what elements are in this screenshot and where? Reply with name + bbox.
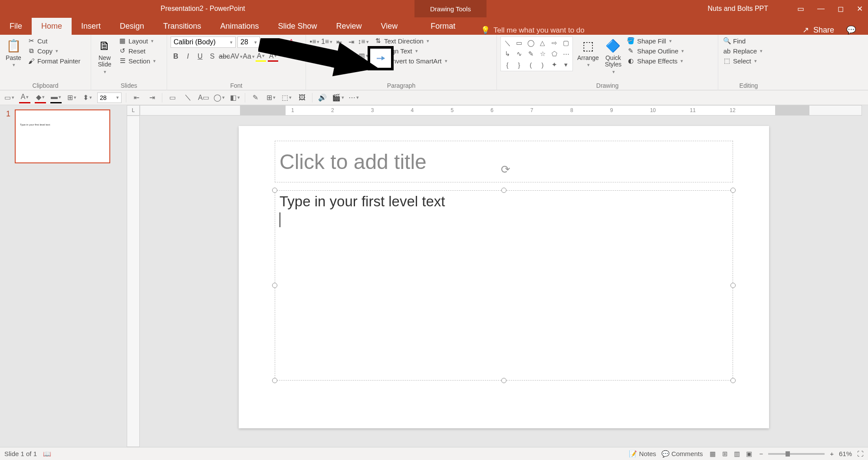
qat-video-icon[interactable]: 🎬▾	[332, 92, 344, 103]
qat-merge-icon[interactable]: ◧▾	[229, 92, 240, 103]
shape-effects-button[interactable]: ◐Shape Effects▾	[626, 56, 685, 65]
resize-handle[interactable]	[501, 378, 506, 383]
qat-grid-icon[interactable]: ⊞▾	[265, 92, 276, 103]
tab-design[interactable]: Design	[110, 18, 154, 35]
slide-canvas[interactable]: Click to add title ⟳ Type in your first …	[239, 126, 769, 428]
shape-star-icon[interactable]: ☆	[537, 49, 548, 59]
resize-handle[interactable]	[730, 283, 736, 288]
zoom-slider[interactable]	[768, 453, 825, 455]
sorter-view-icon[interactable]: ⊞	[720, 449, 730, 459]
shape-brace-icon[interactable]: {	[502, 60, 513, 69]
bold-icon[interactable]: B	[171, 51, 181, 62]
zoom-in-icon[interactable]: +	[830, 450, 834, 457]
qat-textbox-icon[interactable]: A▭	[198, 92, 209, 103]
qat-outdent-icon[interactable]: ⇥	[146, 92, 158, 103]
comments-button[interactable]: 💬 Comments	[661, 450, 703, 458]
text-direction-button[interactable]: ⇅Text Direction▾	[373, 36, 449, 45]
underline-icon[interactable]: U	[195, 51, 205, 62]
tab-slideshow[interactable]: Slide Show	[269, 18, 327, 35]
font-size-combo[interactable]: 28▾	[237, 36, 260, 48]
shapes-gallery[interactable]: ＼▭◯△⇨▢ ↳∿✎☆⬠⋯ {}()✦▾	[500, 36, 573, 71]
tab-format[interactable]: Format	[421, 18, 465, 35]
horizontal-ruler[interactable]: 1 2 3 4 5 6 7 8 9 10 11 12	[140, 105, 862, 116]
shape-line-icon[interactable]: ＼	[502, 38, 513, 48]
qat-shapes-icon[interactable]: ◯▾	[214, 92, 225, 103]
copy-button[interactable]: ⧉Copy▾	[26, 46, 82, 55]
qat-fontcolor-icon[interactable]: A▾	[19, 92, 30, 103]
notes-button[interactable]: 📝 Notes	[629, 450, 656, 458]
qat-fontsize-combo[interactable]: 28▾	[97, 93, 122, 103]
resize-handle[interactable]	[730, 378, 736, 383]
qat-line-icon[interactable]: ＼	[182, 92, 194, 103]
tab-file[interactable]: File	[0, 18, 32, 35]
qat-picture-icon[interactable]: 🖼	[296, 92, 308, 103]
minimize-icon[interactable]: —	[817, 4, 825, 13]
close-icon[interactable]: ✕	[857, 4, 863, 13]
qat-eyedropper-icon[interactable]: ✎	[250, 92, 261, 103]
find-button[interactable]: 🔍Find	[722, 36, 776, 45]
qat-more-icon[interactable]: ⋯▾	[348, 92, 359, 103]
resize-handle[interactable]	[730, 188, 736, 193]
shape-expand-icon[interactable]: ▾	[561, 60, 571, 69]
resize-handle[interactable]	[272, 283, 277, 288]
qat-crop-icon[interactable]: ⬚▾	[281, 92, 292, 103]
qat-align-icon[interactable]: ⊞▾	[66, 92, 77, 103]
resize-handle[interactable]	[272, 188, 277, 193]
font-name-combo[interactable]: Calibri (Body)▾	[171, 36, 236, 48]
shape-brace2-icon[interactable]: }	[514, 60, 524, 69]
cut-button[interactable]: ✂Cut	[26, 36, 82, 45]
strikethrough-icon[interactable]: abc	[219, 51, 230, 62]
replace-button[interactable]: abReplace▾	[722, 46, 776, 55]
qat-indent-icon[interactable]: ⇤	[131, 92, 142, 103]
normal-view-icon[interactable]: ▦	[708, 449, 717, 459]
qat-rect-icon[interactable]: ▭	[167, 92, 178, 103]
tab-insert[interactable]: Insert	[72, 18, 110, 35]
shape-arrow-icon[interactable]: ⇨	[549, 38, 559, 48]
account-name[interactable]: Nuts and Bolts PPT	[707, 5, 768, 13]
shape-paren2-icon[interactable]: )	[537, 60, 548, 69]
format-painter-button[interactable]: 🖌Format Painter	[26, 56, 82, 65]
tell-me-search[interactable]: 💡 Tell me what you want to do	[481, 26, 585, 35]
slide-counter[interactable]: Slide 1 of 1	[4, 450, 37, 457]
qat-shape-icon[interactable]: ▭▾	[3, 92, 15, 103]
section-button[interactable]: ☰Section▾	[117, 56, 157, 65]
qat-outline-icon[interactable]: ▬▾	[50, 92, 62, 103]
shape-curve-icon[interactable]: ∿	[514, 49, 524, 59]
share-button[interactable]: Share	[813, 26, 834, 35]
tab-transitions[interactable]: Transitions	[154, 18, 210, 35]
select-button[interactable]: ⬚Select▾	[722, 56, 776, 65]
reading-view-icon[interactable]: ▥	[732, 449, 742, 459]
shape-more-icon[interactable]: ⋯	[561, 49, 571, 59]
zoom-out-icon[interactable]: −	[759, 450, 763, 457]
new-slide-button[interactable]: 🗎 New Slide ▾	[95, 36, 115, 76]
zoom-level[interactable]: 61%	[839, 450, 852, 457]
resize-handle[interactable]	[501, 188, 506, 193]
title-placeholder[interactable]: Click to add title	[275, 141, 733, 182]
qat-distribute-icon[interactable]: ⬍▾	[82, 92, 93, 103]
shape-oval-icon[interactable]: ◯	[526, 38, 536, 48]
fit-window-icon[interactable]: ⛶	[857, 450, 864, 457]
maximize-icon[interactable]: ◻	[838, 4, 844, 13]
zoom-thumb[interactable]	[786, 451, 790, 457]
shape-paren-icon[interactable]: (	[526, 60, 536, 69]
paste-button[interactable]: 📋 Paste ▾	[3, 36, 23, 69]
shape-roundrect-icon[interactable]: ▢	[561, 38, 571, 48]
shape-fill-button[interactable]: 🪣Shape Fill▾	[626, 36, 685, 45]
arrange-button[interactable]: ⬚Arrange▾	[575, 36, 601, 69]
char-spacing-icon[interactable]: AV▾	[231, 51, 242, 62]
ribbon-display-icon[interactable]: ▭	[797, 4, 804, 13]
comments-icon[interactable]: 💬	[846, 25, 856, 35]
shape-outline-button[interactable]: ✎Shape Outline▾	[626, 46, 685, 55]
slideshow-view-icon[interactable]: ▣	[744, 449, 754, 459]
ruler-corner[interactable]: L	[127, 105, 140, 116]
rotate-handle-icon[interactable]: ⟳	[501, 163, 513, 175]
slide-thumbnail-panel[interactable]: 1 Type in your first level text	[0, 105, 127, 447]
content-placeholder[interactable]: ⟳ Type in your first level text	[275, 190, 733, 381]
tab-animations[interactable]: Animations	[210, 18, 268, 35]
shadow-icon[interactable]: S	[207, 51, 217, 62]
tab-view[interactable]: View	[372, 18, 408, 35]
shape-callout-icon[interactable]: ⬠	[549, 49, 559, 59]
vertical-ruler[interactable]	[127, 116, 140, 447]
layout-button[interactable]: ▦Layout▾	[117, 36, 157, 45]
qat-audio-icon[interactable]: 🔊	[317, 92, 328, 103]
